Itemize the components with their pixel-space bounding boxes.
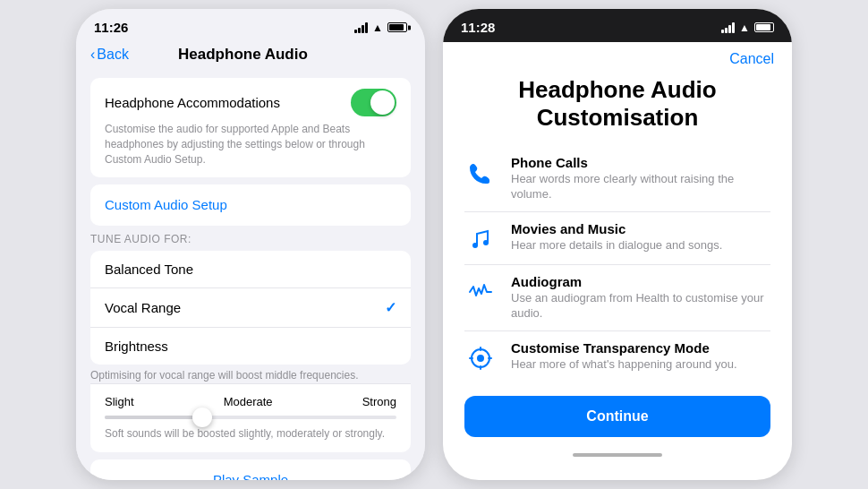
tune-section: Balanced Tone Vocal Range ✓ Brightness: [90, 251, 411, 365]
wifi-icon: ▲: [372, 21, 383, 34]
feature-music: Movies and Music Hear more details in di…: [464, 212, 770, 265]
accommodation-label: Headphone Accommodations: [105, 95, 280, 110]
feature-desc-transparency: Hear more of what's happening around you…: [511, 357, 737, 373]
phone2-header: Headphone Audio Customisation: [443, 67, 792, 146]
status-bar-2: 11:28 ▲: [443, 9, 792, 42]
slider-label-strong: Strong: [362, 395, 396, 408]
chevron-left-icon: ‹: [90, 47, 95, 63]
svg-point-1: [483, 240, 489, 245]
slider-label-moderate: Moderate: [224, 395, 273, 408]
nav-bar-1: ‹ Back Headphone Audio: [76, 42, 425, 71]
feature-text-audiogram: Audiogram Use an audiogram from Health t…: [511, 274, 770, 322]
signal-icon-2: [721, 22, 735, 33]
feature-text-phone: Phone Calls Hear words more clearly with…: [511, 155, 770, 202]
music-icon: [464, 223, 497, 255]
feature-text-music: Movies and Music Hear more details in di…: [511, 221, 722, 253]
continue-button[interactable]: Continue: [464, 396, 770, 437]
phone1: 11:26 ▲ ‹ Back Headphone Audio Headphon: [76, 9, 425, 480]
audiogram-icon: [464, 276, 497, 308]
tune-row-vocal[interactable]: Vocal Range ✓: [90, 288, 411, 328]
feature-title-music: Movies and Music: [511, 221, 722, 236]
accommodation-desc: Customise the audio for supported Apple …: [105, 122, 396, 167]
wifi-icon-2: ▲: [739, 21, 750, 34]
transparency-icon: [464, 342, 497, 374]
phone2: 11:28 ▲ Cancel Headphone Audio: [443, 9, 792, 480]
tune-desc: Optimising for vocal range will boost mi…: [76, 365, 425, 383]
cancel-button[interactable]: Cancel: [729, 51, 774, 67]
play-sample-button[interactable]: Play Sample: [213, 472, 288, 480]
slider-label-slight: Slight: [105, 395, 134, 408]
feature-desc-music: Hear more details in dialogue and songs.: [511, 238, 722, 253]
home-bar: [573, 453, 662, 457]
battery-icon-2: [754, 22, 774, 32]
slider-section: Slight Moderate Strong Soft sounds will …: [90, 383, 411, 452]
battery-icon: [387, 22, 407, 32]
feature-title-audiogram: Audiogram: [511, 274, 770, 289]
slider-labels: Slight Moderate Strong: [105, 395, 396, 408]
tune-label-balanced: Balanced Tone: [105, 262, 396, 277]
feature-phone-calls: Phone Calls Hear words more clearly with…: [464, 146, 770, 212]
slider-track[interactable]: [105, 416, 396, 419]
feature-audiogram: Audiogram Use an audiogram from Health t…: [464, 265, 770, 331]
status-time-2: 11:28: [461, 20, 495, 35]
status-time-1: 11:26: [94, 20, 128, 35]
phones-container: 11:26 ▲ ‹ Back Headphone Audio Headphon: [0, 0, 868, 489]
accommodation-toggle[interactable]: [351, 89, 396, 116]
checkmark-icon: ✓: [385, 299, 396, 316]
signal-icon: [354, 22, 368, 33]
slider-thumb[interactable]: [192, 408, 212, 427]
home-indicator: [443, 448, 792, 462]
status-icons-2: ▲: [721, 21, 774, 34]
custom-audio-section: Custom Audio Setup: [90, 184, 411, 226]
back-label: Back: [97, 47, 129, 63]
play-sample-section: Play Sample: [90, 459, 411, 480]
nav-title-1: Headphone Audio: [129, 46, 357, 64]
tune-label-brightness: Brightness: [105, 339, 396, 354]
feature-desc-audiogram: Use an audiogram from Health to customis…: [511, 291, 770, 322]
status-bar-1: 11:26 ▲: [76, 9, 425, 42]
feature-title-transparency: Customise Transparency Mode: [511, 340, 737, 356]
svg-point-3: [477, 355, 484, 362]
tune-row-brightness[interactable]: Brightness: [90, 328, 411, 365]
phone2-nav: Cancel: [443, 42, 792, 67]
svg-point-0: [472, 243, 478, 248]
custom-audio-link[interactable]: Custom Audio Setup: [105, 197, 227, 212]
slider-desc: Soft sounds will be boosted slightly, mo…: [105, 426, 396, 442]
phone2-title: Headphone Audio Customisation: [470, 76, 765, 132]
feature-transparency: Customise Transparency Mode Hear more of…: [464, 331, 770, 383]
phone-icon: [464, 157, 497, 189]
tune-header: TUNE AUDIO FOR:: [76, 233, 425, 251]
status-icons-1: ▲: [354, 21, 407, 34]
phone1-content: Headphone Accommodations Customise the a…: [76, 71, 425, 480]
features-list: Phone Calls Hear words more clearly with…: [443, 146, 792, 383]
back-button[interactable]: ‹ Back: [90, 47, 129, 63]
feature-text-transparency: Customise Transparency Mode Hear more of…: [511, 340, 737, 373]
accommodation-section: Headphone Accommodations Customise the a…: [90, 78, 411, 177]
feature-desc-phone: Hear words more clearly without raising …: [511, 172, 770, 202]
tune-row-balanced[interactable]: Balanced Tone: [90, 251, 411, 288]
slider-fill: [105, 416, 207, 419]
tune-label-vocal: Vocal Range: [105, 300, 385, 315]
feature-title-phone: Phone Calls: [511, 155, 770, 170]
accommodation-row: Headphone Accommodations: [105, 89, 396, 116]
